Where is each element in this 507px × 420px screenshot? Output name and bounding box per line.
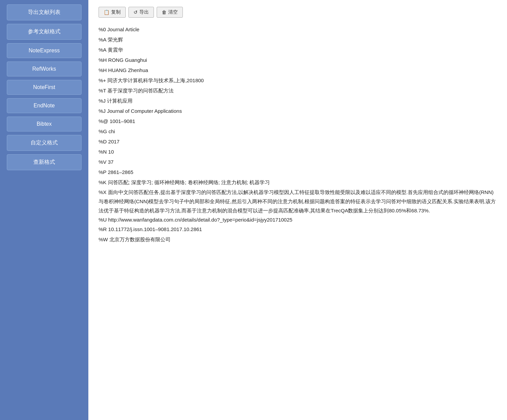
content-line-13: %V 37 bbox=[99, 157, 497, 167]
content-line-14: %P 2861–2865 bbox=[99, 167, 497, 177]
content-line-10: %G chi bbox=[99, 126, 497, 137]
clear-button[interactable]: 🗑 清空 bbox=[157, 7, 183, 18]
content-line-11: %D 2017 bbox=[99, 137, 497, 147]
content-line-9: %@ 1001–9081 bbox=[99, 116, 497, 126]
content-line-19: %W 北京万方数据股份有限公司 bbox=[99, 234, 497, 245]
copy-button[interactable]: 📋 复制 bbox=[99, 7, 126, 18]
content-line-1: %A 荣光辉 bbox=[99, 35, 497, 45]
export-label: 导出 bbox=[139, 9, 149, 15]
content-line-7: %J 计算机应用 bbox=[99, 96, 497, 106]
clear-label: 清空 bbox=[168, 9, 178, 15]
export-button[interactable]: ↺ 导出 bbox=[128, 7, 154, 18]
content-line-2: %A 黄震华 bbox=[99, 45, 497, 55]
sidebar-item-notefirst[interactable]: NoteFirst bbox=[7, 80, 82, 95]
content-line-4: %H HUANG Zhenhua bbox=[99, 65, 497, 75]
content-line-5: %+ 同济大学计算机科学与技术系,上海,201800 bbox=[99, 75, 497, 86]
clear-icon: 🗑 bbox=[162, 10, 167, 15]
sidebar-item-bibtex[interactable]: Bibtex bbox=[7, 117, 82, 132]
sidebar-item-noteexpress[interactable]: NoteExpress bbox=[7, 43, 82, 58]
sidebar-item-export-list[interactable]: 导出文献列表 bbox=[7, 4, 82, 20]
content-line-6: %T 基于深度学习的问答匹配方法 bbox=[99, 86, 497, 96]
content-line-16: %X 面向中文问答匹配任务,提出基于深度学习的问答匹配方法,以解决机器学习模型因… bbox=[99, 188, 497, 215]
content-line-18: %R 10.11772/j.issn.1001–9081.2017.10.286… bbox=[99, 224, 497, 234]
sidebar: 导出文献列表参考文献格式NoteExpressRefWorksNoteFirst… bbox=[0, 0, 88, 420]
content-line-12: %N 10 bbox=[99, 147, 497, 157]
export-icon: ↺ bbox=[134, 10, 138, 15]
copy-label: 复制 bbox=[111, 9, 121, 15]
main-content: 📋 复制 ↺ 导出 🗑 清空 %0 Journal Article%A 荣光辉%… bbox=[88, 0, 507, 420]
sidebar-item-custom-format[interactable]: 自定义格式 bbox=[7, 135, 82, 151]
copy-icon: 📋 bbox=[104, 10, 109, 15]
toolbar: 📋 复制 ↺ 导出 🗑 清空 bbox=[99, 7, 497, 18]
content-area: %0 Journal Article%A 荣光辉%A 黄震华%H RONG Gu… bbox=[99, 24, 497, 413]
content-line-15: %K 问答匹配; 深度学习; 循环神经网络; 卷积神经网络; 注意力机制; 机器… bbox=[99, 177, 497, 188]
content-line-8: %J Journal of Computer Applications bbox=[99, 106, 497, 116]
sidebar-item-refworks[interactable]: RefWorks bbox=[7, 62, 82, 76]
sidebar-item-ref-format[interactable]: 参考文献格式 bbox=[7, 24, 82, 40]
content-line-0: %0 Journal Article bbox=[99, 24, 497, 35]
sidebar-item-endnote[interactable]: EndNote bbox=[7, 98, 82, 113]
sidebar-item-check-format[interactable]: 查新格式 bbox=[7, 154, 82, 170]
content-line-17: %U http://www.wanfangdata.com.cn/details… bbox=[99, 215, 497, 224]
content-line-3: %H RONG Guanghui bbox=[99, 55, 497, 65]
